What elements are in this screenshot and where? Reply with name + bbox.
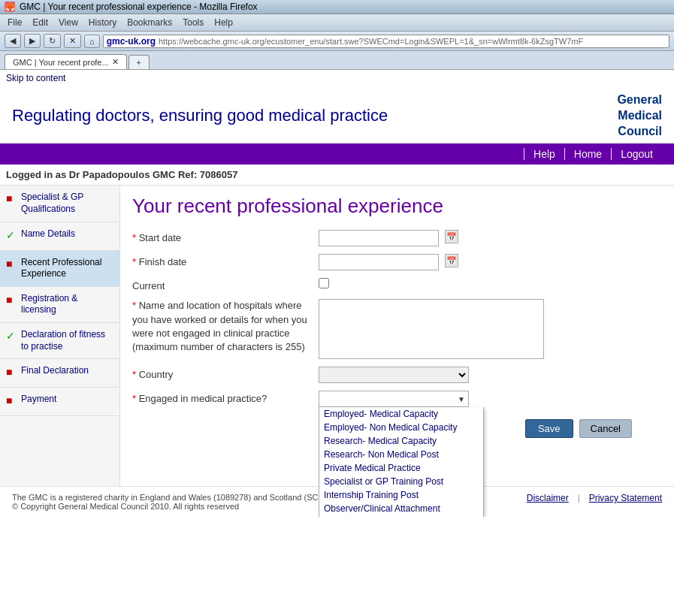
menu-edit[interactable]: Edit (28, 16, 53, 29)
nav-help[interactable]: Help (524, 148, 564, 160)
save-button[interactable]: Save (525, 419, 573, 438)
header-area: Regulating doctors, ensuring good medica… (0, 86, 674, 143)
status-green-icon: ✓ (6, 330, 17, 340)
sidebar-item-label: Recent Professional Experience (21, 257, 113, 280)
engaged-dropdown-trigger[interactable]: ▼ (319, 391, 469, 407)
country-select[interactable] (319, 367, 469, 383)
engaged-label: * Engaged in medical practice? (132, 391, 313, 404)
sidebar-item-registration-licensing[interactable]: ■ Registration & licensing (0, 287, 119, 323)
finish-date-label: * Finish date (132, 254, 313, 267)
menu-history[interactable]: History (84, 16, 121, 29)
skip-link[interactable]: Skip to content (0, 70, 674, 86)
back-button[interactable]: ◀ (5, 34, 21, 48)
browser-toolbar: ◀ ▶ ↻ ✕ ⌂ gmc-uk.org https://webcache.gm… (0, 32, 674, 51)
footer-disclaimer-link[interactable]: Disclaimer (527, 493, 569, 503)
nav-logout[interactable]: Logout (611, 148, 662, 160)
footer-separator: | (578, 494, 580, 503)
footer-text: The GMC is a registered charity in Engla… (12, 493, 351, 511)
sidebar-item-final-declaration[interactable]: ■ Final Declaration (0, 359, 119, 388)
tab-close-icon[interactable]: ✕ (112, 57, 119, 67)
sidebar: ■ Specialist & GP Qualifications ✓ Name … (0, 186, 120, 486)
engaged-dropdown-wrapper: ▼ Employed- Medical Capacity Employed- N… (319, 391, 469, 407)
dropdown-option-observer-clinical[interactable]: Observer/Clinical Attachment (319, 502, 483, 515)
page-title: Your recent professional experience (132, 195, 662, 218)
main-area: Your recent professional experience * St… (120, 186, 674, 486)
menu-help[interactable]: Help (210, 16, 237, 29)
tab-new[interactable]: + (128, 55, 150, 69)
reload-button[interactable]: ↻ (44, 34, 61, 48)
dropdown-arrow-icon: ▼ (458, 395, 465, 403)
sidebar-item-declaration-fitness[interactable]: ✓ Declaration of fitness to practise (0, 323, 119, 359)
browser-title: GMC | Your recent professional experienc… (20, 2, 258, 12)
sidebar-item-label: Specialist & GP Qualifications (21, 192, 113, 215)
nav-bar: Help Home Logout (0, 143, 674, 165)
dropdown-option-internship-training[interactable]: Internship Training Post (319, 488, 483, 502)
logo-line1: General (617, 93, 662, 106)
start-date-group: * Start date 📅 (132, 230, 662, 246)
sidebar-item-name-details[interactable]: ✓ Name Details (0, 222, 119, 251)
menu-view[interactable]: View (54, 16, 83, 29)
required-star: * (132, 256, 136, 267)
calendar-icon[interactable]: 📅 (445, 230, 458, 243)
start-date-input[interactable] (319, 230, 439, 246)
cancel-button[interactable]: Cancel (579, 419, 632, 438)
status-red-icon: ■ (6, 192, 17, 203)
site-tagline: Regulating doctors, ensuring good medica… (12, 106, 388, 125)
footer-privacy-link[interactable]: Privacy Statement (589, 493, 662, 503)
country-group: * Country (132, 367, 662, 383)
hospital-group: * Name and location of hospitals where y… (132, 299, 662, 359)
tab-label: GMC | Your recent profe... (13, 58, 109, 67)
dropdown-option-employed-medical[interactable]: Employed- Medical Capacity (319, 407, 483, 421)
dropdown-option-research-non-medical[interactable]: Research- Non Medical Post (319, 448, 483, 461)
address-url: https://webcache.gmc-uk.org/ecustomer_en… (159, 37, 583, 46)
sidebar-item-payment[interactable]: ■ Payment (0, 388, 119, 416)
dropdown-option-employed-non-medical[interactable]: Employed- Non Medical Capacity (319, 421, 483, 434)
home-button[interactable]: ⌂ (84, 35, 100, 48)
tab-active[interactable]: GMC | Your recent profe... ✕ (5, 54, 127, 69)
dropdown-option-specialist-gp-training[interactable]: Specialist or GP Training Post (319, 475, 483, 488)
dropdown-option-research-medical[interactable]: Research- Medical Capacity (319, 434, 483, 448)
sidebar-item-label: Registration & licensing (21, 293, 113, 316)
start-date-label: * Start date (132, 230, 313, 243)
logo-line3: Council (618, 125, 662, 137)
footer-links: Disclaimer | Privacy Statement (527, 493, 662, 503)
sidebar-item-label: Declaration of fitness to practise (21, 329, 113, 352)
finish-date-input[interactable] (319, 254, 439, 270)
current-label: Current (132, 278, 313, 291)
browser-titlebar: 🦊 GMC | Your recent professional experie… (0, 0, 674, 14)
address-bar[interactable]: gmc-uk.org https://webcache.gmc-uk.org/e… (103, 35, 669, 48)
status-red-icon: ■ (6, 394, 17, 405)
required-star: * (132, 369, 136, 380)
sidebar-item-recent-professional[interactable]: ■ Recent Professional Experience (0, 251, 119, 287)
hospital-label: * Name and location of hospitals where y… (132, 299, 313, 354)
menu-tools[interactable]: Tools (178, 16, 208, 29)
calendar-icon[interactable]: 📅 (445, 254, 458, 267)
page-content: Skip to content Regulating doctors, ensu… (0, 70, 674, 517)
required-star: * (132, 232, 136, 243)
status-red-icon: ■ (6, 294, 17, 304)
menu-file[interactable]: File (3, 16, 26, 29)
logged-in-text: Logged in as Dr Papadopoulos GMC Ref: 70… (6, 169, 237, 180)
stop-button[interactable]: ✕ (64, 34, 81, 48)
status-red-icon: ■ (6, 258, 17, 268)
current-checkbox[interactable] (319, 278, 329, 288)
logged-in-bar: Logged in as Dr Papadopoulos GMC Ref: 70… (0, 165, 674, 186)
status-red-icon: ■ (6, 366, 17, 376)
required-star: * (132, 300, 136, 311)
footer-copyright: © Copyright General Medical Council 2010… (12, 502, 351, 511)
browser-favicon: 🦊 (5, 2, 15, 12)
dropdown-option-private-medical[interactable]: Private Medical Practice (319, 461, 483, 475)
menu-bookmarks[interactable]: Bookmarks (122, 16, 177, 29)
sidebar-item-specialist-gp[interactable]: ■ Specialist & GP Qualifications (0, 186, 119, 222)
logo-line2: Medical (618, 109, 662, 122)
sidebar-item-label: Final Declaration (21, 365, 113, 377)
status-green-icon: ✓ (6, 229, 17, 240)
dropdown-option-volunteer-medical[interactable]: Volunteer- Medical Capacity (319, 515, 483, 517)
hospital-textarea[interactable] (319, 299, 544, 359)
forward-button[interactable]: ▶ (24, 34, 41, 48)
finish-date-group: * Finish date 📅 (132, 254, 662, 270)
nav-home[interactable]: Home (564, 148, 611, 160)
sidebar-item-label: Name Details (21, 228, 113, 240)
engaged-dropdown-list[interactable]: Employed- Medical Capacity Employed- Non… (319, 407, 484, 517)
current-group: Current (132, 278, 662, 291)
